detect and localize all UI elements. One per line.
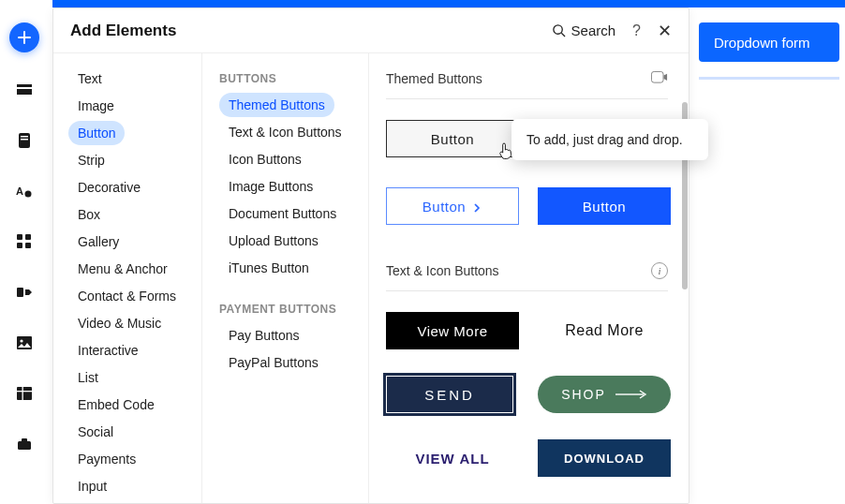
sample-button-label: Button xyxy=(583,199,626,215)
left-toolbar: A xyxy=(0,0,49,504)
subcategory-item-itunes-button[interactable]: iTunes Button xyxy=(219,256,319,280)
svg-rect-8 xyxy=(25,234,31,240)
subcategory-list: BUTTONSThemed ButtonsText & Icon Buttons… xyxy=(201,53,368,503)
category-item-text[interactable]: Text xyxy=(68,67,111,91)
subcategory-item-pay-buttons[interactable]: Pay Buttons xyxy=(219,323,309,348)
business-icon[interactable] xyxy=(11,431,37,457)
svg-rect-10 xyxy=(25,243,31,248)
category-item-interactive[interactable]: Interactive xyxy=(68,338,148,363)
search-icon xyxy=(552,23,566,37)
category-item-menu-anchor[interactable]: Menu & Anchor xyxy=(68,257,177,281)
svg-rect-9 xyxy=(17,243,22,248)
dropdown-underline xyxy=(699,77,839,80)
tooltip-text: To add, just drag and drop. xyxy=(526,132,683,147)
design-icon[interactable]: A xyxy=(11,178,37,204)
preset-video-icon[interactable] xyxy=(651,70,668,87)
sample-button[interactable]: Button xyxy=(386,187,519,225)
add-elements-panel: Add Elements Search ? ✕ TextImageButtonS… xyxy=(52,7,689,504)
sample-button[interactable]: View More xyxy=(386,312,519,349)
add-element-button[interactable] xyxy=(9,22,39,52)
svg-rect-18 xyxy=(22,438,27,442)
svg-rect-2 xyxy=(19,133,30,148)
search-button[interactable]: Search xyxy=(552,22,616,38)
category-item-gallery[interactable]: Gallery xyxy=(68,230,128,254)
svg-rect-17 xyxy=(18,441,31,450)
sample-button-label: Button xyxy=(431,131,474,147)
plus-icon xyxy=(17,30,32,45)
sections-icon[interactable] xyxy=(11,77,37,103)
pointer-cursor-icon xyxy=(498,142,513,163)
search-label: Search xyxy=(571,22,616,38)
subcategory-item-themed-buttons[interactable]: Themed Buttons xyxy=(219,93,334,117)
sample-button[interactable]: Button xyxy=(538,187,671,225)
sample-button-label: SHOP xyxy=(561,387,606,402)
sample-button[interactable]: DOWNLOAD xyxy=(538,439,671,477)
subcategory-item-upload-buttons[interactable]: Upload Buttons xyxy=(219,229,328,253)
chevron-right-icon xyxy=(471,200,482,212)
sample-button[interactable]: SHOP xyxy=(538,376,671,413)
data-icon[interactable] xyxy=(11,380,37,407)
svg-rect-16 xyxy=(22,387,23,400)
subcategory-item-image-buttons[interactable]: Image Buttons xyxy=(219,174,322,199)
plugin-icon[interactable] xyxy=(11,279,37,305)
category-item-video-music[interactable]: Video & Music xyxy=(68,311,170,335)
help-icon[interactable]: ? xyxy=(632,22,641,39)
svg-point-6 xyxy=(25,191,32,198)
close-icon[interactable]: ✕ xyxy=(658,22,672,39)
panel-header: Add Elements Search ? ✕ xyxy=(53,8,689,53)
category-item-strip[interactable]: Strip xyxy=(68,148,114,172)
sample-button-label: Button xyxy=(422,199,466,215)
svg-rect-3 xyxy=(21,136,28,138)
svg-rect-0 xyxy=(17,84,32,87)
arrow-right-icon xyxy=(615,387,647,402)
drag-drop-tooltip: To add, just drag and drop. xyxy=(511,119,708,160)
panel-title: Add Elements xyxy=(70,22,176,40)
category-item-input[interactable]: Input xyxy=(68,474,116,498)
sample-button-label: View More xyxy=(417,323,487,339)
sample-button-label: DOWNLOAD xyxy=(564,452,645,466)
svg-rect-4 xyxy=(21,139,28,141)
top-accent-bar xyxy=(52,0,845,7)
subcategory-item-paypal-buttons[interactable]: PayPal Buttons xyxy=(219,350,328,375)
subgroup-header: BUTTONS xyxy=(219,72,368,85)
category-item-list[interactable]: List xyxy=(68,365,108,390)
media-icon[interactable] xyxy=(11,330,37,356)
section-title-themed: Themed Buttons xyxy=(386,71,482,86)
sample-button[interactable]: SEND xyxy=(386,376,513,413)
subcategory-item-document-buttons[interactable]: Document Buttons xyxy=(219,201,346,226)
subgroup-header: PAYMENT BUTTONS xyxy=(219,303,368,316)
apps-grid-icon[interactable] xyxy=(11,229,37,255)
sample-button-label: VIEW ALL xyxy=(415,451,489,467)
category-item-payments[interactable]: Payments xyxy=(68,447,145,471)
svg-text:A: A xyxy=(16,185,23,197)
category-item-image[interactable]: Image xyxy=(68,94,124,118)
svg-rect-7 xyxy=(17,234,22,240)
canvas-dropdown-form[interactable]: Dropdown form xyxy=(699,22,839,62)
section-title-texticon: Text & Icon Buttons xyxy=(386,263,499,278)
svg-rect-1 xyxy=(17,89,32,95)
sample-button-label: Read More xyxy=(565,322,644,339)
subcategory-item-text-icon-buttons[interactable]: Text & Icon Buttons xyxy=(219,120,351,144)
sample-button-label: SEND xyxy=(424,387,475,403)
svg-point-19 xyxy=(553,25,561,34)
category-item-social[interactable]: Social xyxy=(68,420,123,444)
sample-button[interactable]: VIEW ALL xyxy=(386,439,519,477)
svg-rect-15 xyxy=(17,391,32,392)
dropdown-form-label: Dropdown form xyxy=(714,35,810,51)
category-item-contact-forms[interactable]: Contact & Forms xyxy=(68,284,185,308)
page-icon[interactable] xyxy=(11,127,37,154)
svg-rect-14 xyxy=(17,387,32,400)
category-item-embed-code[interactable]: Embed Code xyxy=(68,393,164,417)
svg-point-13 xyxy=(20,339,22,342)
subcategory-item-icon-buttons[interactable]: Icon Buttons xyxy=(219,147,311,171)
category-item-decorative[interactable]: Decorative xyxy=(68,175,150,200)
svg-rect-21 xyxy=(651,72,663,83)
sample-button[interactable]: Read More xyxy=(538,312,671,349)
category-item-button[interactable]: Button xyxy=(68,121,125,145)
category-item-cms[interactable]: CMS xyxy=(68,501,116,503)
category-list: TextImageButtonStripDecorativeBoxGallery… xyxy=(53,53,201,503)
category-item-box[interactable]: Box xyxy=(68,202,110,227)
svg-line-20 xyxy=(561,33,565,37)
info-icon[interactable]: i xyxy=(651,262,668,279)
svg-rect-11 xyxy=(17,288,23,297)
